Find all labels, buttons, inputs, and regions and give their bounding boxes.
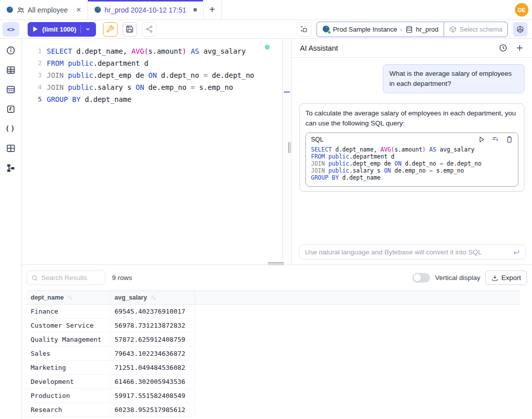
format-sql-button[interactable] [103,22,118,37]
plus-icon [515,44,524,52]
database-icon [405,26,413,33]
ai-panel-title: AI Assistant [300,44,338,52]
code-line: FROM public.department d [311,153,513,160]
status-dot-icon [328,31,331,34]
ai-input-container [299,244,525,259]
grid-table-icon [6,144,16,153]
openai-icon [516,25,524,34]
scrollbar-decoration [284,91,290,93]
vertical-resize-handle[interactable] [288,142,291,153]
tab-label: All employee [28,6,68,14]
sidebar-procedures-button[interactable]: () [5,123,16,134]
cell-dept-name[interactable]: Production [27,389,111,403]
export-button[interactable]: Export [485,270,527,285]
sidebar-tables-button[interactable] [5,64,16,75]
tab-label: hr_prod 2024-10-12 17:51 [104,6,186,14]
select-schema-button[interactable]: Select schema [444,22,507,37]
horizontal-resize-handle[interactable] [268,262,284,265]
cell-dept-name[interactable]: Finance [27,305,111,319]
column-header-avg-salary[interactable]: avg_salary [111,291,195,304]
history-button[interactable] [499,44,507,52]
sort-icon[interactable] [67,295,73,301]
connection-breadcrumb: Prod Sample Instance › hr_prod Select sc… [316,22,508,37]
cell-avg-salary[interactable]: 60238.952517985612 [111,403,195,417]
line-number: 3 [22,69,42,81]
play-outline-icon [478,136,485,143]
new-tab-button[interactable]: + [203,0,222,20]
cell-dept-name[interactable]: Marketing [27,361,111,375]
code-line: JOIN public.salary s ON de.emp_no = s.em… [47,81,282,93]
code-line: FROM public.department d [47,57,282,69]
cell-avg-salary[interactable]: 61466.302005943536 [111,375,195,389]
postgres-icon [6,6,14,14]
enter-icon[interactable] [512,248,520,256]
code-line: JOIN public.dept_emp de ON d.dept_no = d… [311,160,513,167]
row-filler [195,375,520,389]
cell-avg-salary[interactable]: 59917.551582408549 [111,389,195,403]
row-filler [195,347,520,361]
sql-code-block: SQL SELECT d.dept_name, AVG(s.amount) [305,132,518,187]
play-icon [33,26,38,32]
row-count-label: 9 rows [112,274,132,282]
share-sheet-button[interactable] [142,22,157,37]
ai-prompt-input[interactable] [305,248,512,256]
vertical-display-toggle[interactable] [412,273,430,283]
sql-editor[interactable]: 12345 SELECT d.dept_name, AVG(s.amount) … [22,39,291,264]
run-code-button[interactable] [478,136,485,143]
run-query-button[interactable]: (limit 1000) [28,22,96,37]
results-toolbar: 9 rows Vertical display Export [22,265,532,291]
sidebar-info-button[interactable] [5,45,16,56]
tab-hr-prod[interactable]: hr_prod 2024-10-12 17:51 [88,0,203,20]
save-sheet-button[interactable] [123,22,137,37]
ai-assistant-button[interactable] [513,22,527,37]
new-chat-button[interactable] [515,44,524,52]
left-sidebar: () [0,39,22,419]
code-line: JOIN public.salary s ON de.emp_no = s.em… [311,167,513,174]
insert-into-editor-button[interactable] [491,135,500,143]
sidebar-schema-diagram-button[interactable] [5,162,16,173]
avatar[interactable]: DE [515,3,528,17]
batch-query-button[interactable] [297,22,311,37]
column-header-dept-name[interactable]: dept_name [27,291,111,304]
sort-icon[interactable] [150,295,156,301]
connection-health-dot-icon [265,45,270,50]
row-filler [195,305,520,319]
assistant-message: To calculate the average salary of emplo… [299,103,524,192]
sidebar-functions-button[interactable] [5,103,16,114]
cell-avg-salary[interactable]: 79643.102234636872 [111,347,195,361]
copy-code-button[interactable] [506,135,513,143]
code-panel-toggle-button[interactable]: <> [3,22,19,37]
code-line: GROUP BY d.dept_name [311,174,513,181]
line-number: 5 [22,93,42,105]
insert-sparkle-icon [491,135,500,143]
schema-placeholder: Select schema [460,26,502,33]
cell-dept-name[interactable]: Development [27,375,111,389]
postgres-icon [94,6,101,14]
tab-all-employee[interactable]: All employee ✕ [0,0,88,20]
search-results-box[interactable] [27,270,105,285]
sidebar-views-button[interactable] [5,143,16,154]
cell-dept-name[interactable]: Quality Management [27,333,111,347]
postgres-icon [322,25,330,33]
vertical-display-label: Vertical display [435,274,480,282]
cell-dept-name[interactable]: Research [27,403,111,417]
cell-avg-salary[interactable]: 69545.402376910017 [111,305,195,319]
cell-avg-salary[interactable]: 57872.625912408759 [111,333,195,347]
sidebar-sample-data-button[interactable] [5,84,16,95]
code-line: JOIN public.dept_emp de ON d.dept_no = d… [47,69,282,81]
clipboard-icon [506,135,513,143]
table-icon [6,65,16,75]
connection-instance-database[interactable]: Prod Sample Instance › hr_prod [317,22,444,37]
cell-dept-name[interactable]: Sales [27,347,111,361]
table-row: Finance69545.402376910017 [27,305,520,319]
code-line: SELECT d.dept_name, AVG(s.amount) AS avg… [47,45,282,57]
cell-avg-salary[interactable]: 71251.049484536082 [111,361,195,375]
search-results-input[interactable] [41,274,101,282]
editor-code[interactable]: SELECT d.dept_name, AVG(s.amount) AS avg… [47,45,282,105]
cell-avg-salary[interactable]: 56978.731213872832 [111,319,195,333]
close-icon[interactable]: ✕ [76,6,81,14]
cell-dept-name[interactable]: Customer Service [27,319,111,333]
assistant-sql-code: SELECT d.dept_name, AVG(s.amount) AS avg… [306,144,518,186]
editor-line-numbers: 12345 [22,45,42,105]
breadcrumb-separator: › [400,26,402,33]
